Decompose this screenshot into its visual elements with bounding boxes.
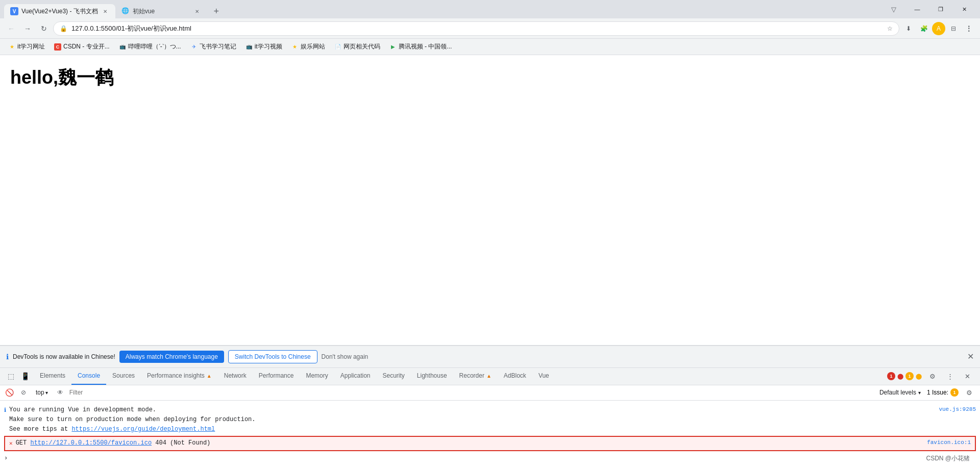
download-button[interactable]: ⬇ — [901, 21, 916, 36]
devtools-tab-bar: ⬚ 📱 Elements Console Sources Performance… — [0, 368, 980, 385]
bookmark-icon-6: ★ — [291, 43, 299, 51]
info-icon: ℹ — [6, 353, 9, 361]
bookmark-icon-4: ✈ — [190, 43, 198, 51]
tab-application[interactable]: Application — [334, 367, 377, 385]
devtools-more-btn[interactable]: ⋮ — [943, 370, 957, 383]
page-heading: hello,魏一鹤 — [10, 65, 970, 90]
bookmark-code[interactable]: 📄 网页相关代码 — [330, 40, 384, 53]
console-output: ℹ You are running Vue in development mod… — [0, 401, 980, 468]
window-minimize-btn[interactable]: — — [905, 1, 929, 17]
error-count-badge: 1 — [887, 372, 895, 380]
switch-devtools-btn[interactable]: Switch DevTools to Chinese — [228, 350, 317, 363]
console-filter-toggle[interactable]: ⊘ — [18, 387, 29, 398]
tab-title-2: 初始vue — [133, 7, 190, 16]
console-info-message: ℹ You are running Vue in development mod… — [0, 405, 980, 435]
bookmark-it-video[interactable]: 📺 it学习视频 — [241, 40, 286, 53]
bookmark-label-8: 腾讯视频 - 中国领... — [399, 42, 452, 51]
console-cursor-icon: › — [4, 454, 8, 463]
error-msg-source[interactable]: favicon.ico:1 — [927, 438, 971, 448]
error-msg-text: GET http://127.0.0.1:5500/favicon.ico 40… — [16, 438, 927, 448]
bookmark-entertainment[interactable]: ★ 娱乐网站 — [287, 40, 329, 53]
tab-security[interactable]: Security — [377, 367, 411, 385]
warn-count-badge: 1 — [905, 372, 914, 380]
bookmark-label-4: 飞书学习笔记 — [200, 42, 236, 51]
tab-performance-insights[interactable]: Performance insights ▲ — [141, 367, 218, 385]
devtools-tabs-right: 1 ⬤ 1 ⬤ ⚙ ⋮ ✕ — [883, 370, 978, 383]
tab-console[interactable]: Console — [71, 367, 106, 385]
bookmark-tencent-video[interactable]: ▶ 腾讯视频 - 中国领... — [385, 40, 456, 53]
tab-adblock[interactable]: AdBlock — [498, 367, 532, 385]
bookmark-csdn[interactable]: C CSDN - 专业开... — [50, 40, 114, 53]
issues-count-badge: 1 Issue: 1 — [927, 388, 959, 397]
bookmark-label-2: CSDN - 专业开... — [63, 42, 110, 51]
new-tab-button[interactable]: + — [209, 4, 224, 18]
info-msg-source[interactable]: vue.js:9285 — [939, 405, 976, 414]
tab-performance[interactable]: Performance — [253, 367, 300, 385]
always-match-btn[interactable]: Always match Chrome's language — [119, 351, 224, 363]
inspect-element-btn[interactable]: ⬚ — [4, 370, 17, 383]
profile-button[interactable]: A — [932, 22, 945, 35]
devtools-settings-btn[interactable]: ⚙ — [926, 370, 939, 383]
tab-recorder[interactable]: Recorder ▲ — [453, 367, 498, 385]
tab-elements[interactable]: Elements — [34, 367, 71, 385]
console-settings-btn[interactable]: ⚙ — [963, 386, 976, 399]
address-text: 127.0.0.1:5500/01-初识vue/初识vue.html — [71, 24, 883, 33]
console-clear-btn[interactable]: 🚫 — [4, 387, 14, 398]
info-msg-text: You are running Vue in development mode.… — [9, 405, 939, 435]
bookmarks-bar: ★ it学习网址 C CSDN - 专业开... 📺 哔哩哔哩（ˊ-ˋ）つ...… — [0, 39, 980, 55]
tab-vue[interactable]: Vue — [532, 367, 555, 385]
console-error-message: ✕ GET http://127.0.0.1:5500/favicon.ico … — [5, 437, 975, 450]
page-content: hello,魏一鹤 — [0, 55, 980, 101]
device-toggle-btn[interactable]: 📱 — [18, 370, 32, 383]
notification-text: DevTools is now available in Chinese! — [13, 353, 115, 360]
bookmark-bilibili[interactable]: 📺 哔哩哔哩（ˊ-ˋ）つ... — [115, 40, 185, 53]
deployment-link[interactable]: https://vuejs.org/guide/deployment.html — [71, 426, 215, 433]
title-bar: V Vue(Vue2+Vue3) - 飞书文档 ✕ 🌐 初始vue ✕ + ▽ … — [0, 0, 980, 18]
dont-show-again-link[interactable]: Don't show again — [322, 353, 369, 360]
context-selector[interactable]: top ▾ — [33, 388, 51, 397]
notification-close-btn[interactable]: ✕ — [967, 352, 974, 361]
address-bar[interactable]: 🔒 127.0.0.1:5500/01-初识vue/初识vue.html ☆ — [53, 21, 899, 36]
devtools-tabs-left: ⬚ 📱 — [2, 370, 34, 383]
error-msg-icon: ✕ — [9, 439, 13, 449]
warn-icon-circle: ⬤ — [916, 373, 922, 380]
tab-vue-docs[interactable]: V Vue(Vue2+Vue3) - 飞书文档 ✕ — [4, 4, 115, 18]
window-restore-btn[interactable]: ▽ — [882, 1, 905, 17]
back-button[interactable]: ← — [4, 21, 18, 36]
issues-badge-count: 1 — [950, 388, 959, 397]
bookmark-it-learning[interactable]: ★ it学习网址 — [4, 40, 49, 53]
error-icon-circle: ⬤ — [897, 373, 903, 380]
console-toolbar-right: Default levels ▾ 1 Issue: 1 ⚙ — [877, 386, 976, 399]
tab-lighthouse[interactable]: Lighthouse — [411, 367, 453, 385]
bookmark-feishu[interactable]: ✈ 飞书学习笔记 — [186, 40, 240, 53]
default-levels-label: Default levels — [879, 389, 916, 396]
sidebar-button[interactable]: ⊟ — [946, 21, 961, 36]
tab-close-2[interactable]: ✕ — [193, 7, 201, 15]
tab-network[interactable]: Network — [218, 367, 253, 385]
window-maximize-btn[interactable]: ❐ — [929, 1, 952, 17]
default-levels-selector[interactable]: Default levels ▾ — [877, 388, 923, 397]
devtools-notification: ℹ DevTools is now available in Chinese! … — [0, 346, 980, 368]
default-levels-icon: ▾ — [918, 390, 921, 396]
console-prompt: › — [0, 453, 980, 464]
bookmark-icon-7: 📄 — [334, 43, 341, 51]
extensions-button[interactable]: 🧩 — [917, 21, 931, 36]
forward-button[interactable]: → — [20, 21, 35, 36]
bookmark-label-5: it学习视频 — [255, 42, 282, 51]
window-close-btn[interactable]: ✕ — [952, 1, 976, 17]
console-eye-btn[interactable]: 👁 — [55, 387, 65, 398]
bookmark-icon-5: 📺 — [246, 43, 253, 51]
bookmark-icon-8: ▶ — [389, 43, 397, 51]
console-filter-input[interactable] — [69, 389, 873, 396]
tab-memory[interactable]: Memory — [300, 367, 334, 385]
watermark: CSDN @小花猪 — [926, 454, 970, 463]
recorder-badge: ▲ — [486, 373, 492, 379]
reload-button[interactable]: ↻ — [37, 21, 51, 36]
tab-sources[interactable]: Sources — [106, 367, 141, 385]
devtools-close-btn[interactable]: ✕ — [961, 370, 974, 383]
favicon-error-link[interactable]: http://127.0.0.1:5500/favicon.ico — [30, 439, 152, 447]
more-button[interactable]: ⋮ — [962, 21, 976, 36]
bookmark-star-icon[interactable]: ☆ — [887, 25, 893, 32]
tab-initial-vue[interactable]: 🌐 初始vue ✕ — [115, 4, 207, 18]
tab-close-1[interactable]: ✕ — [101, 7, 109, 15]
